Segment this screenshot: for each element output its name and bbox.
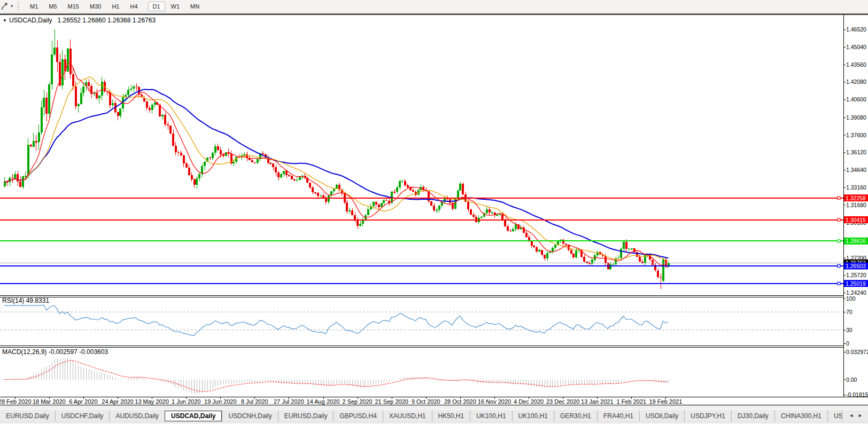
svg-text:9 Oct 2020: 9 Oct 2020 <box>412 398 440 405</box>
chart-tab-uk100-h1-9[interactable]: UK100,H1 <box>470 411 511 421</box>
chart-tab-usoil-daily-13[interactable]: USOil,Daily <box>639 411 684 421</box>
svg-text:30: 30 <box>846 327 852 333</box>
price-level-badge-1.25019: 1.25019 <box>844 280 868 287</box>
svg-text:4 Dec 2020: 4 Dec 2020 <box>514 398 544 405</box>
svg-text:13 May 2020: 13 May 2020 <box>135 398 169 405</box>
line-handle <box>838 282 840 285</box>
horizontal-line-1.26503[interactable] <box>0 265 843 268</box>
horizontal-line-1.25019[interactable] <box>0 282 843 285</box>
chevron-down-icon[interactable]: ▾ <box>11 4 13 9</box>
svg-text:2 Sep 2020: 2 Sep 2020 <box>342 398 372 405</box>
svg-text:1 Jun 2020: 1 Jun 2020 <box>172 398 200 405</box>
chart-tab-audusd-daily-2[interactable]: AUDUSD,Daily <box>109 411 165 421</box>
status-strip <box>0 422 868 424</box>
svg-text:21 Sep 2020: 21 Sep 2020 <box>375 398 408 405</box>
price-level-badge-1.28616: 1.28616 <box>844 238 868 245</box>
chart-window: 1.465201.450401.435601.420801.406001.390… <box>0 14 868 405</box>
chart-tab-gbpusd-h4-6[interactable]: GBPUSD,H4 <box>333 411 382 421</box>
chart-tab-usdcad-daily-3[interactable]: USDCAD,Daily <box>165 411 222 421</box>
timeframe-button-h1[interactable]: H1 <box>107 2 124 11</box>
timeframe-button-m15[interactable]: M15 <box>63 2 84 11</box>
timeframe-toolbar: ▾ M1M5M15M30H1H4D1W1MN <box>0 0 868 12</box>
rsi-axis: 10070300 <box>843 295 856 347</box>
line-handle <box>838 265 840 268</box>
svg-text:70: 70 <box>846 309 852 315</box>
chart-tab-eurusd-daily-0[interactable]: EURUSD,Daily <box>0 411 55 421</box>
svg-text:18 Mar 2020: 18 Mar 2020 <box>33 398 66 405</box>
svg-text:0.032972: 0.032972 <box>846 349 868 355</box>
svg-text:1.34640: 1.34640 <box>846 167 866 173</box>
timeframe-buttons: M1M5M15M30H1H4D1W1MN <box>25 1 205 11</box>
svg-text:28 Oct 2020: 28 Oct 2020 <box>444 398 476 405</box>
svg-text:1.25019: 1.25019 <box>846 280 866 287</box>
chart-tab-fra40-h1-12[interactable]: FRA40,H1 <box>597 411 639 421</box>
chart-tab-eurusd-daily-5[interactable]: EURUSD,Daily <box>278 411 334 421</box>
timeframe-button-w1[interactable]: W1 <box>166 2 185 11</box>
toolbar-grip[interactable] <box>18 2 21 10</box>
price-chart-canvas[interactable]: 1.465201.450401.435601.420801.406001.390… <box>0 15 868 405</box>
svg-text:8 Jul 2020: 8 Jul 2020 <box>241 398 268 405</box>
svg-text:1.28616: 1.28616 <box>846 238 866 244</box>
chart-tab-usdchf-daily-1[interactable]: USDCHF,Daily <box>55 411 110 421</box>
timeframe-button-m1[interactable]: M1 <box>25 2 43 11</box>
tab-scroll-right-icon[interactable]: ► <box>856 413 865 418</box>
date-axis[interactable]: 28 Feb 202018 Mar 20206 Apr 202024 Apr 2… <box>0 397 682 405</box>
tab-scroll-arrows: ◄ ► <box>842 410 868 421</box>
horizontal-line-1.30415[interactable] <box>0 218 843 221</box>
timeframe-button-h4[interactable]: H4 <box>125 2 142 11</box>
macd-axis: 0.0329720.00-0.018154 <box>843 349 868 398</box>
svg-text:27 Jul 2020: 27 Jul 2020 <box>274 398 304 405</box>
candles-layer <box>4 29 670 289</box>
svg-text:16 Nov 2020: 16 Nov 2020 <box>478 398 511 405</box>
svg-text:0: 0 <box>846 340 849 347</box>
macd-histogram <box>5 358 669 394</box>
ma-fast-line <box>4 63 668 268</box>
chart-tab-usdjpy-h1-14[interactable]: USDJPY,H1 <box>684 411 731 421</box>
chart-tab-china300-h1-16[interactable]: CHINA300,H1 <box>774 411 827 421</box>
chart-tab-hk50-h1-8[interactable]: HK50,H1 <box>432 411 470 421</box>
mt4-application-window: ▾ M1M5M15M30H1H4D1W1MN 1.465201.450401.4… <box>0 0 868 424</box>
svg-text:1.43560: 1.43560 <box>846 61 866 68</box>
chart-tab-xauusd-h1-7[interactable]: XAUUSD,H1 <box>383 411 432 421</box>
svg-text:1.33160: 1.33160 <box>846 184 866 191</box>
svg-text:1 Feb 2021: 1 Feb 2021 <box>616 398 646 405</box>
chart-tab-usdcnh-daily-4[interactable]: USDCNH,Daily <box>222 411 277 421</box>
svg-text:19 Jun 2020: 19 Jun 2020 <box>204 398 237 405</box>
macd-signal-line <box>4 360 668 391</box>
price-level-badge-1.32258: 1.32258 <box>844 194 868 201</box>
svg-text:1.36120: 1.36120 <box>846 149 866 155</box>
timeframe-button-d1[interactable]: D1 <box>148 2 165 11</box>
line-handle <box>838 218 840 221</box>
svg-text:1.39080: 1.39080 <box>846 114 866 121</box>
line-handle <box>838 197 840 199</box>
ma-mid-line <box>4 77 668 261</box>
svg-text:23 Dec 2020: 23 Dec 2020 <box>546 398 579 405</box>
svg-text:-0.018154: -0.018154 <box>846 391 868 398</box>
horizontal-line-1.28616[interactable] <box>0 240 843 242</box>
svg-text:1.26503: 1.26503 <box>846 263 866 269</box>
chart-tools-icon[interactable] <box>1 2 9 10</box>
svg-text:13 Jan 2021: 13 Jan 2021 <box>581 398 614 405</box>
chart-tab-bar: EURUSD,DailyUSDCHF,DailyAUDUSD,DailyUSDC… <box>0 409 868 422</box>
timeframe-button-m5[interactable]: M5 <box>44 2 61 11</box>
svg-text:1.46520: 1.46520 <box>846 26 866 33</box>
chart-tab-dj30-daily-15[interactable]: DJ30,Daily <box>731 411 774 421</box>
svg-text:0.00: 0.00 <box>846 376 857 383</box>
svg-text:1.42080: 1.42080 <box>846 78 866 85</box>
line-handle <box>838 240 840 242</box>
price-level-badge-1.30415: 1.30415 <box>844 216 868 223</box>
chart-tab-ger30-h1-11[interactable]: GER30,H1 <box>554 411 597 421</box>
svg-text:6 Apr 2020: 6 Apr 2020 <box>69 398 97 405</box>
svg-text:1.45040: 1.45040 <box>846 44 866 50</box>
timeframe-button-m30[interactable]: M30 <box>85 2 106 11</box>
timeframe-button-mn[interactable]: MN <box>185 2 204 11</box>
tab-scroll-left-icon[interactable]: ◄ <box>847 413 856 418</box>
price-level-badge-1.26503: 1.26503 <box>844 263 868 270</box>
svg-text:14 Aug 2020: 14 Aug 2020 <box>307 398 340 405</box>
svg-text:100: 100 <box>846 295 856 302</box>
chart-tab-uk100-h1-10[interactable]: UK100,H1 <box>512 411 554 421</box>
svg-text:24 Apr 2020: 24 Apr 2020 <box>102 398 133 405</box>
svg-text:1.37600: 1.37600 <box>846 132 866 138</box>
svg-text:1.31680: 1.31680 <box>846 202 866 208</box>
price-axis: 1.465201.450401.435601.420801.406001.390… <box>843 15 866 397</box>
